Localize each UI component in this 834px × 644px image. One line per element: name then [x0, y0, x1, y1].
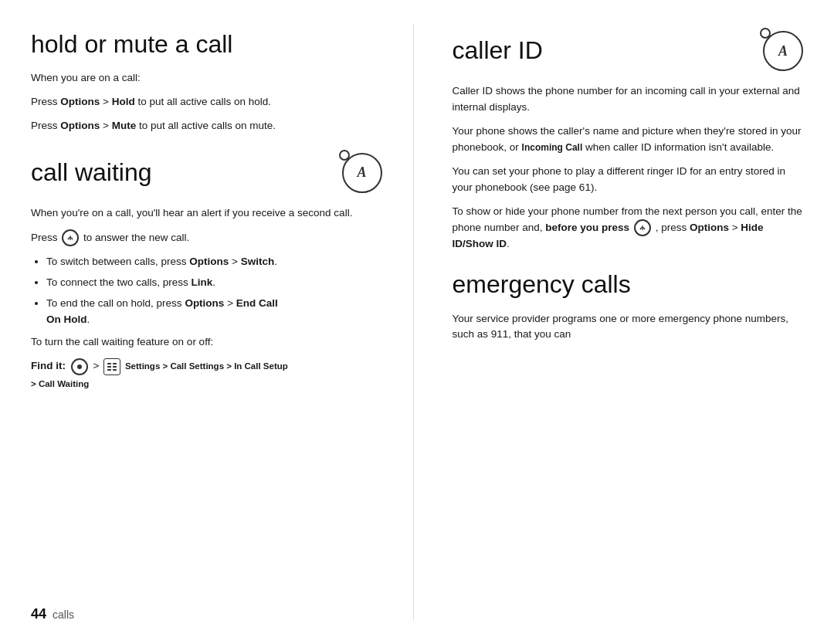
- hold-para2-pre: Press: [31, 96, 60, 107]
- call-waiting-para2: Press to answer the new call.: [31, 229, 382, 246]
- svg-rect-4: [107, 366, 111, 368]
- find-it-nav2: > Call Waiting: [31, 379, 89, 388]
- bullet1-mid: >: [229, 256, 240, 267]
- send-key-icon: [62, 229, 79, 246]
- bullet2-pre: To connect the two calls, press: [46, 276, 192, 288]
- hold-mute-section: hold or mute a call When you are on a ca…: [31, 31, 382, 134]
- hold-bold: Hold: [112, 96, 135, 107]
- bullet2-link: Link: [192, 276, 213, 288]
- cw-para2-post: to answer the new call.: [83, 231, 189, 242]
- hold-mute-title: hold or mute a call: [31, 31, 382, 58]
- bullet3-post: .: [87, 314, 90, 325]
- incoming-call-bold: Incoming Call: [522, 142, 583, 153]
- para4-end: .: [507, 238, 510, 249]
- page-number: 44: [31, 606, 46, 622]
- emergency-calls-title: emergency calls: [453, 271, 804, 298]
- caller-id-para4: To show or hide your phone number from t…: [453, 204, 804, 253]
- center-key-icon: [71, 358, 88, 375]
- bullet3-options: Options: [185, 297, 224, 309]
- find-it-arrow1: >: [93, 360, 103, 371]
- call-waiting-section: call waiting A When you're on a call, yo…: [31, 153, 382, 392]
- caller-id-para3: You can set your phone to play a differe…: [453, 164, 804, 196]
- send-key-icon-right: [634, 219, 651, 236]
- caller-id-icon-ear: [760, 28, 771, 39]
- hold-mute-para2: Press Options > Hold to put all active c…: [31, 94, 382, 110]
- bullet1-switch: Switch: [241, 256, 275, 267]
- find-it-label: Find it:: [31, 360, 66, 371]
- emergency-calls-para1: Your service provider programs one or mo…: [453, 311, 804, 344]
- call-waiting-bullets: To switch between calls, press Options >…: [46, 254, 382, 328]
- caller-id-section: caller ID A Caller ID shows the phone nu…: [453, 31, 804, 253]
- left-column: hold or mute a call When you are on a ca…: [31, 23, 414, 621]
- para4-post: , press: [656, 222, 690, 233]
- hold-para2-mid: >: [100, 96, 111, 107]
- svg-rect-7: [113, 369, 117, 371]
- caller-id-header: caller ID A: [453, 31, 804, 71]
- bullet1-pre: To switch between calls, press: [46, 256, 189, 267]
- caller-id-para1: Caller ID shows the phone number for an …: [453, 83, 804, 116]
- bullet1-post: .: [274, 256, 277, 267]
- emergency-calls-section: emergency calls Your service provider pr…: [453, 271, 804, 343]
- caller-id-title: caller ID: [453, 37, 543, 64]
- hold-para2-post: to put all active calls on hold.: [135, 96, 271, 107]
- svg-rect-3: [113, 363, 117, 364]
- caller-id-para2: Your phone shows the caller's name and p…: [453, 124, 804, 156]
- mute-bold: Mute: [112, 120, 137, 131]
- hold-mute-para3: Press Options > Mute to put all active c…: [31, 118, 382, 134]
- find-it-line: Find it: >: [31, 358, 382, 391]
- icon-letter-a: A: [357, 164, 366, 181]
- settings-icon: [103, 358, 120, 375]
- para4-mid: >: [729, 222, 741, 233]
- mute-para3-mid: >: [100, 120, 111, 131]
- footer: 44 calls: [31, 606, 74, 622]
- para4-options: Options: [690, 222, 729, 233]
- call-waiting-para1: When you're on a call, you'll hear an al…: [31, 205, 382, 222]
- bullet-link: To connect the two calls, press Link.: [46, 275, 382, 291]
- mute-para3-pre: Press: [31, 120, 60, 131]
- find-it-nav: Settings > Call Settings > In Call Setup: [125, 361, 288, 371]
- bullet-end-call: To end the call on hold, press Options >…: [46, 296, 382, 328]
- call-waiting-header: call waiting A: [31, 153, 382, 193]
- bullet-switch: To switch between calls, press Options >…: [46, 254, 382, 270]
- call-waiting-title: call waiting: [31, 159, 152, 186]
- call-waiting-para3: To turn the call waiting feature on or o…: [31, 334, 382, 351]
- center-dot: [77, 364, 82, 369]
- svg-rect-5: [113, 366, 117, 368]
- footer-label: calls: [53, 608, 74, 621]
- bullet3-pre: To end the call on hold, press: [46, 297, 185, 309]
- bullet2-post: .: [212, 276, 215, 288]
- caller-id-icon: A: [763, 31, 803, 71]
- caller-id-icon-letter: A: [778, 43, 788, 59]
- svg-rect-2: [107, 363, 111, 364]
- hold-options-bold: Options: [60, 96, 100, 107]
- hold-mute-para1: When you are on a call:: [31, 70, 382, 86]
- right-column: caller ID A Caller ID shows the phone nu…: [414, 23, 804, 621]
- caller-id-para2-post: when caller ID information isn't availab…: [582, 141, 774, 153]
- bullet3-mid: >: [224, 297, 236, 309]
- svg-rect-6: [107, 369, 111, 371]
- mute-para3-post: to put all active calls on mute.: [136, 120, 276, 131]
- para4-bold: before you press: [545, 222, 632, 233]
- icon-ear: [339, 150, 350, 161]
- bullet1-options: Options: [189, 256, 229, 267]
- mute-options-bold: Options: [60, 120, 100, 131]
- cw-para2-pre: Press: [31, 231, 60, 242]
- call-waiting-icon: A: [342, 153, 382, 193]
